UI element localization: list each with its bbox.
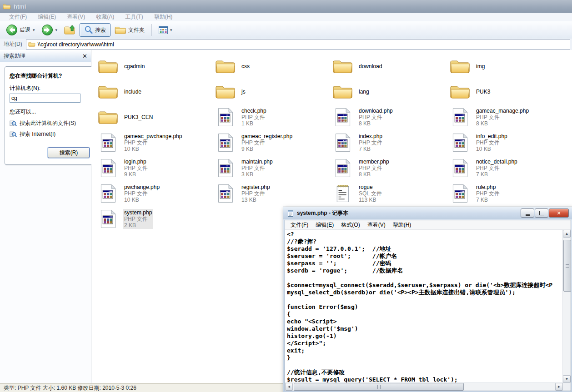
file-item[interactable]: gameac_manage.php PHP 文件 8 KB [449,104,567,130]
minimize-button[interactable] [521,208,534,218]
explorer-menu-item[interactable]: 编辑(E) [32,13,61,21]
file-item[interactable]: index.php PHP 文件 7 KB [332,130,449,155]
file-item[interactable]: gameac_pwchange.php PHP 文件 10 KB [97,130,215,155]
code-line: echo "<Script> [287,318,563,325]
explorer-folder-icon [3,3,11,10]
php-file-icon [452,108,468,127]
file-name: gameac_register.php [241,133,292,139]
explorer-menu-item[interactable]: 文件(F) [4,13,32,21]
file-item[interactable]: rogue SQL 文件 113 KB [332,181,449,206]
file-size: 8 KB [359,171,389,178]
file-size: 3 KB [241,171,273,178]
search-button[interactable]: 搜索 [80,23,110,37]
notepad-menu-item[interactable]: 查看(V) [364,221,389,229]
scroll-left-icon[interactable]: ◄ [285,383,293,391]
file-name: login.php [124,159,148,165]
notepad-menu-item[interactable]: 文件(F) [287,221,312,229]
file-item[interactable]: notice_detail.php PHP 文件 7 KB [449,155,567,181]
file-item[interactable]: include [97,79,215,104]
file-item[interactable]: gameac_register.php PHP 文件 9 KB [215,130,332,155]
maximize-button[interactable] [535,208,548,218]
explorer-titlebar[interactable]: html [0,0,572,13]
notepad-menu-item[interactable]: 格式(O) [337,221,363,229]
views-chevron-icon[interactable]: ▾ [170,28,172,32]
notepad-menu-item[interactable]: 帮助(H) [389,221,415,229]
file-size: 7 KB [359,146,382,152]
sidebar-link[interactable]: 搜索此计算机的文件(S) [10,119,90,127]
code-line: } [287,354,563,362]
search-assistant-title: 搜索助理 [4,52,25,60]
code-line: exit; [287,347,563,354]
file-item[interactable]: maintain.php PHP 文件 3 KB [215,155,332,181]
folder-icon [98,58,119,75]
file-item[interactable]: PUK3_CEN [97,104,215,130]
file-size: 9 KB [241,146,292,152]
up-button[interactable] [61,23,78,37]
file-name: rule.php [476,184,500,190]
file-item[interactable]: pwchange.php PHP 文件 10 KB [97,181,215,206]
scroll-down-icon[interactable]: ▼ [563,375,571,383]
views-icon [159,26,168,34]
scroll-right-icon[interactable]: ► [555,383,563,391]
explorer-menu-item[interactable]: 帮助(H) [149,13,178,21]
explorer-menu-item[interactable]: 收藏(A) [90,13,120,21]
horizontal-scrollbar[interactable]: ◄ ► [285,382,563,391]
file-item[interactable]: register.php PHP 文件 13 KB [215,181,332,206]
sidebar-link[interactable]: 搜索 Internet(I) [10,130,90,138]
notepad-menubar: 文件(F)编辑(E)格式(O)查看(V)帮助(H) [285,220,571,230]
file-item[interactable]: member.php PHP 文件 8 KB [332,155,449,181]
file-item[interactable]: info_edit.php PHP 文件 10 KB [449,130,567,155]
computer-name-field[interactable] [10,94,80,103]
folder-icon [215,58,236,75]
file-item[interactable]: lang [332,79,449,104]
file-kind: PHP 文件 [241,114,266,120]
folders-button[interactable]: 文件夹 [112,24,147,36]
file-name: check.php [241,108,266,114]
file-item[interactable]: login.php PHP 文件 9 KB [97,155,215,181]
vertical-scrollbar[interactable]: ▲ ▼ [562,230,571,383]
file-item[interactable]: cgadmin [97,54,215,79]
scroll-up-icon[interactable]: ▲ [563,230,571,238]
close-icon[interactable]: ✕ [82,53,87,60]
back-chevron-icon[interactable]: ▾ [33,28,35,32]
file-item[interactable]: system.php PHP 文件 2 KB [97,206,215,232]
file-size: 1 KB [241,120,266,127]
file-size: 7 KB [476,197,500,203]
file-item[interactable]: js [215,79,332,104]
address-input[interactable]: \\cg\root directory\var\www\html [26,40,570,50]
notepad-menu-item[interactable]: 编辑(E) [312,221,337,229]
file-kind: PHP 文件 [241,190,270,197]
minimize-icon [526,214,530,216]
explorer-menu-item[interactable]: 查看(V) [61,13,90,21]
file-item[interactable]: rule.php PHP 文件 7 KB [449,181,567,206]
file-size: 8 KB [359,120,393,127]
file-name: cgadmin [124,63,145,69]
close-button[interactable]: ✕ [549,208,569,218]
file-kind: PHP 文件 [476,139,507,146]
code-line: </Script>"; [287,340,563,347]
file-name: index.php [359,133,382,139]
forward-chevron-icon[interactable]: ▾ [55,28,58,32]
notepad-text[interactable]: <?//?豢?挥?$seradd = '127.0.0.1'; //地址$ser… [285,230,563,383]
back-button[interactable]: 后退 ▾ [4,23,37,37]
code-line: $result = mysql_query('SELECT * FROM tbl… [287,376,563,383]
file-item[interactable]: download [332,54,449,79]
file-item[interactable]: check.php PHP 文件 1 KB [215,104,332,130]
vertical-scroll-thumb[interactable] [563,240,571,292]
more-options-label: 您还可以... [10,108,90,116]
search-icon [84,25,93,35]
explorer-menu-item[interactable]: 工具(T) [120,13,148,21]
file-size: 2 KB [124,222,152,228]
file-item[interactable]: PUK3 [449,79,567,104]
file-name: info_edit.php [476,133,507,139]
horizontal-scroll-thumb[interactable] [294,383,464,391]
views-button[interactable]: ▾ [156,25,175,35]
file-item[interactable]: css [215,54,332,79]
search-submit-button[interactable]: 搜索(R) [48,147,90,158]
file-kind: PHP 文件 [124,216,152,222]
file-kind: PHP 文件 [359,165,389,171]
file-item[interactable]: download.php PHP 文件 8 KB [332,104,449,130]
forward-button[interactable]: ▾ [39,23,60,37]
file-item[interactable]: img [449,54,567,79]
file-kind: PHP 文件 [476,165,517,171]
